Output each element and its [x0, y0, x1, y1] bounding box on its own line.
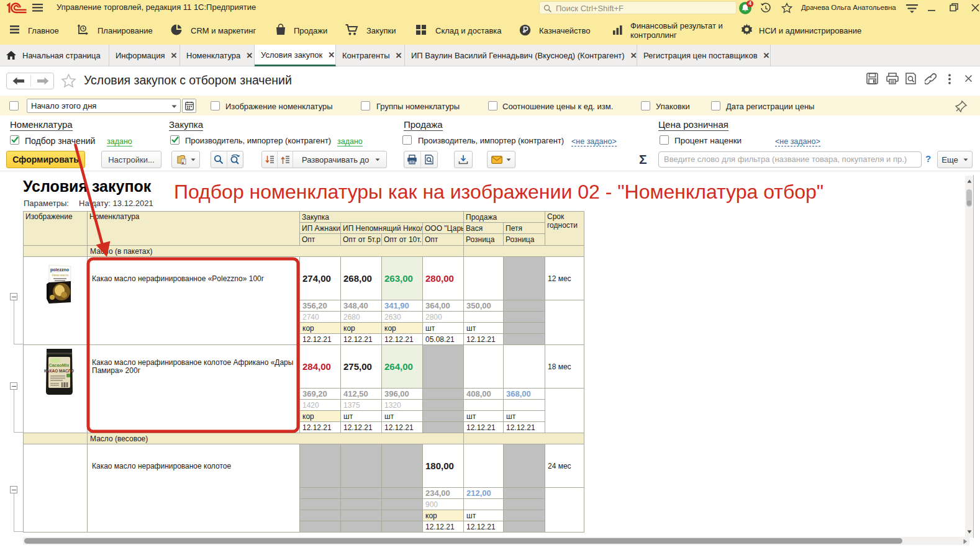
svg-text:polezzno: polezzno — [50, 268, 69, 272]
svg-text:КАКАО МАСЛО: КАКАО МАСЛО — [44, 369, 74, 373]
svg-text:CacaoMix: CacaoMix — [49, 363, 70, 367]
svg-text:Какао-масло: Какао-масло — [52, 274, 69, 277]
svg-text:4: 4 — [748, 0, 751, 6]
